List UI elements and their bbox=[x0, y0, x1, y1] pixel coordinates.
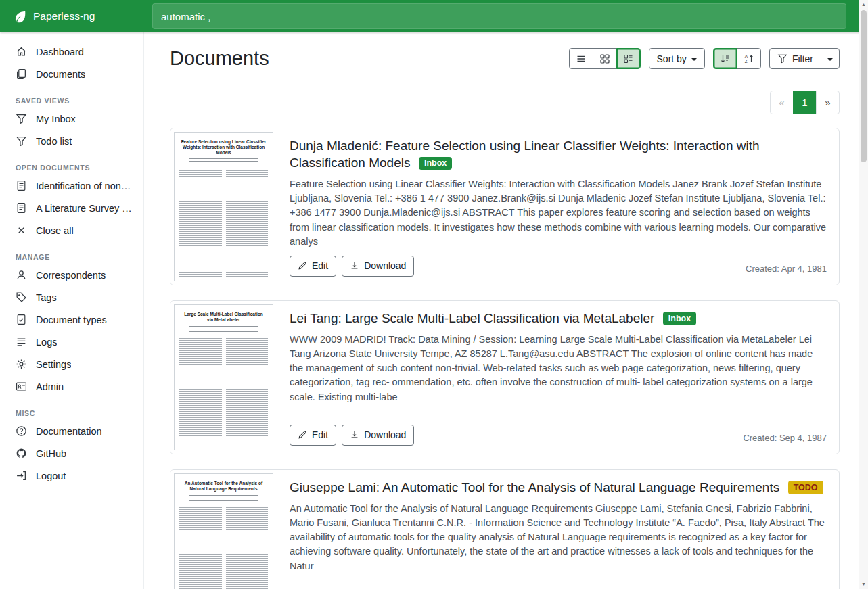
sidebar-item-dashboard[interactable]: Dashboard bbox=[0, 41, 143, 63]
sidebar-item-github[interactable]: GitHub bbox=[0, 442, 143, 465]
person-icon bbox=[16, 269, 27, 281]
tag-icon bbox=[16, 291, 27, 303]
edit-button[interactable]: Edit bbox=[290, 425, 336, 446]
sort-direction-group: AZ bbox=[713, 48, 761, 69]
thumbnail-column bbox=[179, 507, 222, 589]
sidebar-item-label: Documentation bbox=[36, 426, 102, 437]
sidebar-item-documentation[interactable]: Documentation bbox=[0, 420, 143, 442]
sidebar-item-label: Identification of non-fu... bbox=[36, 181, 134, 191]
sidebar-section-saved-views: SAVED VIEWS bbox=[16, 97, 143, 105]
house-icon bbox=[16, 46, 27, 57]
document-excerpt: Feature Selection using Linear Classifie… bbox=[290, 177, 827, 249]
sidebar-item-logs[interactable]: Logs bbox=[0, 331, 143, 353]
created-date: Created: Sep 4, 1987 bbox=[743, 433, 827, 446]
sidebar: Dashboard Documents SAVED VIEWS My Inbox… bbox=[0, 32, 144, 589]
sidebar-item-open-doc-2[interactable]: A Literature Survey on ... bbox=[0, 197, 143, 219]
sidebar-item-label: GitHub bbox=[36, 448, 66, 459]
sidebar-item-admin[interactable]: Admin bbox=[0, 375, 143, 398]
thumbnail-text-columns bbox=[179, 338, 268, 446]
sidebar-item-my-inbox[interactable]: My Inbox bbox=[0, 108, 143, 130]
sidebar-item-label: Todo list bbox=[36, 136, 72, 147]
sort-alpha-button[interactable]: AZ bbox=[737, 48, 761, 69]
sidebar-item-settings[interactable]: Settings bbox=[0, 353, 143, 375]
download-label: Download bbox=[364, 260, 406, 271]
gear-icon bbox=[16, 358, 27, 370]
download-button[interactable]: Download bbox=[342, 256, 414, 277]
document-thumbnail[interactable]: Large Scale Multi-Label Classification v… bbox=[170, 301, 277, 454]
sidebar-item-label: My Inbox bbox=[36, 114, 76, 124]
scroll-down-arrow[interactable]: ▼ bbox=[859, 580, 868, 589]
id-badge-icon bbox=[16, 381, 27, 392]
tag-badge-todo[interactable]: TODO bbox=[788, 481, 823, 494]
sidebar-item-label: Close all bbox=[36, 225, 74, 236]
sidebar-item-tags[interactable]: Tags bbox=[0, 286, 143, 308]
main-content: Documents Sort by bbox=[144, 32, 859, 589]
sidebar-item-label: Documents bbox=[36, 69, 85, 80]
view-mode-group bbox=[569, 48, 641, 69]
document-card: Feature Selection using Linear Classifie… bbox=[170, 128, 840, 285]
funnel-icon bbox=[777, 53, 787, 64]
created-date: Created: Apr 4, 1981 bbox=[746, 264, 827, 277]
sidebar-item-todo-list[interactable]: Todo list bbox=[0, 130, 143, 152]
sidebar-item-documents[interactable]: Documents bbox=[0, 63, 143, 85]
thumbnail-page: Large Scale Multi-Label Classification v… bbox=[174, 304, 273, 450]
github-icon bbox=[16, 448, 27, 459]
pagination-prev-button[interactable]: « bbox=[770, 91, 794, 114]
sidebar-item-correspondents[interactable]: Correspondents bbox=[0, 264, 143, 286]
edit-button[interactable]: Edit bbox=[290, 256, 336, 277]
filter-group: Filter bbox=[769, 48, 840, 69]
page-title: Documents bbox=[170, 47, 269, 70]
thumbnail-title: Large Scale Multi-Label Classification v… bbox=[181, 312, 267, 323]
sidebar-item-label: Logs bbox=[36, 337, 57, 348]
view-grid-button[interactable] bbox=[593, 48, 617, 69]
pagination-page-1-button[interactable]: 1 bbox=[793, 91, 817, 114]
tag-badge-inbox[interactable]: Inbox bbox=[663, 312, 696, 325]
file-text-icon bbox=[16, 202, 27, 214]
vertical-scrollbar[interactable]: ▲ ▼ bbox=[859, 0, 868, 589]
sort-by-dropdown[interactable]: Sort by bbox=[649, 48, 705, 69]
sort-descending-button[interactable] bbox=[713, 48, 737, 69]
scroll-up-arrow[interactable]: ▲ bbox=[859, 0, 868, 9]
scrollbar-thumb[interactable] bbox=[861, 10, 867, 162]
app-brand[interactable]: Paperless-ng bbox=[0, 10, 144, 23]
document-card: An Automatic Tool for the Analysis of Na… bbox=[170, 469, 840, 589]
document-card-body: Giuseppe Lami: An Automatic Tool for the… bbox=[277, 470, 839, 589]
funnel-icon bbox=[16, 135, 27, 147]
download-button[interactable]: Download bbox=[342, 425, 414, 446]
document-thumbnail[interactable]: Feature Selection using Linear Classifie… bbox=[170, 128, 277, 285]
question-circle-icon bbox=[16, 425, 27, 437]
document-title-link[interactable]: Dunja Mladenić: Feature Selection using … bbox=[290, 139, 760, 170]
document-title-link[interactable]: Giuseppe Lami: An Automatic Tool for the… bbox=[290, 480, 779, 494]
tag-badge-inbox[interactable]: Inbox bbox=[419, 157, 452, 170]
documents-toolbar: Sort by AZ Filter bbox=[569, 48, 840, 69]
view-list-button[interactable] bbox=[569, 48, 593, 69]
sidebar-section-misc: MISC bbox=[16, 409, 143, 417]
document-card-footer: Edit Download Created: Apr 4, 1981 bbox=[290, 256, 827, 277]
document-card: Large Scale Multi-Label Classification v… bbox=[170, 300, 840, 454]
sidebar-item-logout[interactable]: Logout bbox=[0, 465, 143, 487]
documents-icon bbox=[16, 68, 27, 80]
sidebar-item-open-doc-1[interactable]: Identification of non-fu... bbox=[0, 174, 143, 197]
sidebar-item-label: Tags bbox=[36, 292, 57, 303]
filter-button[interactable]: Filter bbox=[769, 48, 821, 69]
filter-dropdown-toggle[interactable] bbox=[821, 48, 840, 69]
caret-down-icon bbox=[827, 58, 833, 61]
sidebar-item-label: Admin bbox=[36, 381, 64, 392]
thumbnail-authors-lines bbox=[189, 326, 258, 334]
document-title-link[interactable]: Lei Tang: Large Scale Multi-Label Classi… bbox=[290, 311, 654, 325]
document-thumbnail[interactable]: An Automatic Tool for the Analysis of Na… bbox=[170, 470, 277, 589]
sidebar-section-open-documents: OPEN DOCUMENTS bbox=[16, 164, 143, 172]
sidebar-item-label: Logout bbox=[36, 471, 66, 481]
sidebar-item-document-types[interactable]: Document types bbox=[0, 308, 143, 331]
edit-label: Edit bbox=[312, 429, 328, 440]
sidebar-item-close-all[interactable]: Close all bbox=[0, 219, 143, 241]
filter-label: Filter bbox=[792, 53, 813, 64]
sidebar-item-label: A Literature Survey on ... bbox=[36, 203, 134, 214]
svg-text:Z: Z bbox=[745, 59, 748, 64]
pagination-next-button[interactable]: » bbox=[816, 91, 840, 114]
global-search-input[interactable] bbox=[152, 3, 846, 29]
document-card-footer: Edit Download Created: Sep 4, 1987 bbox=[290, 425, 827, 446]
view-details-button[interactable] bbox=[616, 48, 641, 69]
app-brand-label: Paperless-ng bbox=[33, 10, 95, 22]
thumbnail-title: An Automatic Tool for the Analysis of Na… bbox=[181, 481, 267, 492]
